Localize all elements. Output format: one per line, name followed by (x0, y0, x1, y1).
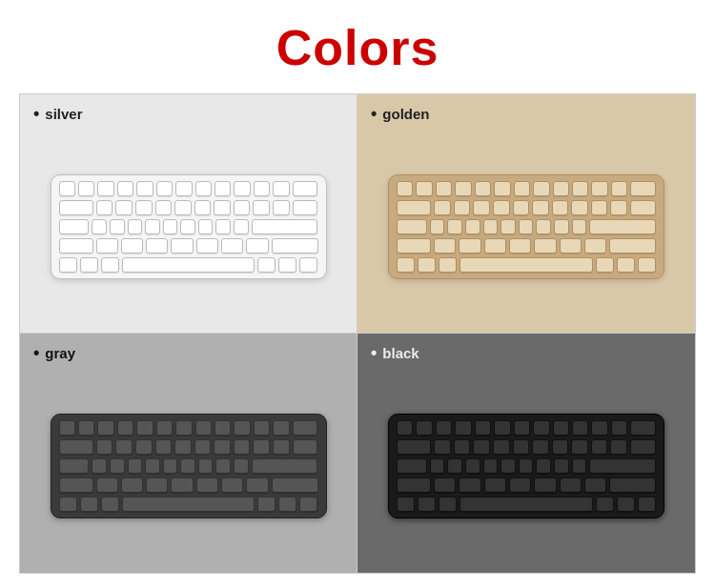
key (397, 439, 431, 455)
key (534, 477, 556, 493)
key (299, 497, 317, 512)
key (436, 420, 452, 436)
key (536, 458, 551, 474)
key (234, 181, 250, 196)
key (253, 439, 270, 455)
key (532, 439, 549, 455)
key (59, 477, 93, 493)
key (155, 200, 173, 215)
key (273, 439, 290, 455)
key (254, 181, 270, 196)
key (121, 238, 143, 253)
key (96, 477, 118, 493)
key (97, 181, 113, 196)
key (293, 439, 318, 455)
key (59, 200, 93, 215)
key (117, 420, 133, 436)
key (554, 458, 569, 474)
key (418, 257, 436, 273)
key (246, 238, 268, 253)
key (214, 439, 231, 455)
row3 (59, 458, 318, 474)
keyboard-silver (51, 174, 327, 279)
key (584, 238, 606, 253)
key (80, 497, 98, 512)
key (135, 439, 153, 455)
key (272, 238, 318, 253)
key (196, 477, 218, 493)
key (609, 238, 656, 253)
key (519, 219, 534, 234)
key (156, 181, 173, 196)
key (156, 420, 173, 436)
key (59, 420, 75, 436)
key (273, 200, 290, 215)
key (473, 200, 490, 215)
row5 (59, 497, 318, 512)
keyboard-black (388, 414, 664, 518)
key (110, 219, 125, 234)
key (128, 458, 143, 474)
label-golden: golden (371, 104, 682, 124)
key (293, 200, 318, 215)
key (430, 458, 445, 474)
key (552, 439, 569, 455)
key (536, 219, 551, 234)
key (630, 439, 656, 455)
key (439, 497, 457, 512)
key (397, 497, 415, 512)
row1 (397, 181, 656, 196)
key (246, 477, 268, 493)
key (195, 181, 212, 196)
label-gray: gray (33, 343, 343, 363)
key (584, 477, 606, 493)
key (146, 238, 168, 253)
key (552, 200, 569, 215)
key (591, 420, 607, 436)
key (97, 420, 113, 436)
key (397, 458, 427, 474)
key (174, 200, 192, 215)
key (194, 439, 212, 455)
key (553, 420, 569, 436)
key (59, 181, 75, 196)
key (397, 257, 415, 273)
key (175, 420, 192, 436)
key (171, 238, 193, 253)
row5 (59, 257, 318, 273)
key (278, 257, 296, 273)
key (122, 497, 255, 512)
key (397, 477, 431, 493)
color-grid: silver (19, 93, 696, 574)
key (252, 458, 318, 474)
key (554, 219, 569, 234)
key (115, 439, 133, 455)
row4 (59, 238, 318, 253)
key (509, 238, 531, 253)
key (59, 238, 93, 253)
label-silver: silver (33, 104, 343, 124)
key (293, 420, 318, 436)
key (638, 257, 656, 273)
row2 (59, 200, 318, 215)
key (180, 219, 195, 234)
row3 (397, 458, 656, 474)
key (455, 420, 471, 436)
key (78, 181, 94, 196)
row5 (397, 497, 656, 512)
key (416, 420, 432, 436)
key (299, 257, 317, 273)
key (92, 458, 107, 474)
key (460, 257, 592, 273)
keyboard-wrap-black (371, 371, 682, 561)
row1 (397, 420, 656, 436)
key (198, 458, 214, 474)
key (397, 420, 413, 436)
key (500, 219, 516, 234)
key (214, 200, 231, 215)
key (234, 200, 251, 215)
key (96, 238, 118, 253)
key (493, 439, 510, 455)
key (454, 200, 471, 215)
cell-black: black (358, 334, 695, 573)
